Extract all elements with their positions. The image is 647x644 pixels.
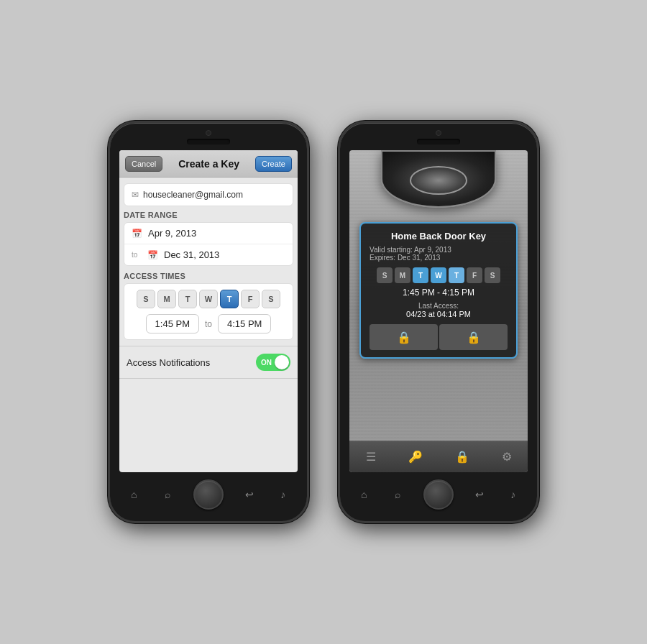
cancel-button[interactable]: Cancel [125, 156, 162, 172]
phone-right-bottom: ⌂ ⌕ ↩ ♪ [340, 475, 537, 521]
toggle-knob [275, 355, 289, 369]
time-row: 1:45 PM to 4:15 PM [130, 314, 287, 334]
back-icon-left[interactable]: ↩ [242, 489, 257, 500]
key-day-tue: T [413, 267, 428, 283]
speaker-right [417, 139, 460, 144]
notifications-toggle[interactable]: ON [256, 354, 290, 371]
home-button-left[interactable] [193, 479, 224, 510]
toggle-label: ON [261, 359, 272, 367]
phone-right-top [340, 123, 537, 147]
phone-right: Home Back Door Key Valid starting: Apr 9… [338, 121, 539, 523]
key-days-row: S M T W T F S [370, 267, 508, 283]
key-valid-starting: Valid starting: Apr 9, 2013 [370, 246, 508, 254]
key-last-access-value: 04/23 at 04:14 PM [370, 310, 508, 318]
lock-action-btn-2[interactable]: 🔒 [439, 324, 508, 350]
email-value: housecleaner@gmail.com [143, 190, 243, 200]
end-date-row: to 📅 Dec 31, 2013 [124, 244, 293, 265]
key-day-sun: S [377, 267, 393, 283]
start-date-value: Apr 9, 2013 [148, 228, 196, 239]
tab-list-icon[interactable]: ☰ [366, 450, 376, 464]
phone-left-bottom: ⌂ ⌕ ↩ ♪ [110, 475, 307, 521]
home-icon-right[interactable]: ⌂ [357, 489, 371, 500]
email-section: ✉ housecleaner@gmail.com [124, 183, 293, 206]
key-expires: Expires: Dec 31, 2013 [370, 254, 508, 262]
time-to-separator: to [205, 319, 212, 329]
key-time-range: 1:45 PM - 4:15 PM [370, 288, 508, 298]
day-mon[interactable]: M [157, 290, 176, 308]
volume-icon-left[interactable]: ♪ [276, 489, 290, 500]
access-times-label: Access Times [119, 267, 298, 282]
lock-action-btn-1[interactable]: 🔒 [370, 324, 438, 350]
day-thu[interactable]: T [220, 290, 239, 308]
tab-lock-icon[interactable]: 🔒 [455, 450, 469, 464]
day-wed[interactable]: W [199, 290, 218, 308]
start-date-row: 📅 Apr 9, 2013 [124, 223, 293, 244]
notifications-label: Access Notifications [127, 357, 210, 368]
search-icon-left[interactable]: ⌕ [160, 489, 175, 500]
home-icon-left[interactable]: ⌂ [127, 489, 141, 500]
tab-gear-icon[interactable]: ⚙ [502, 450, 512, 464]
bottom-bar-left: ⌂ ⌕ ↩ ♪ [110, 475, 307, 514]
lock-device [381, 150, 496, 208]
key-day-fri: F [467, 267, 482, 283]
bottom-bar-right: ⌂ ⌕ ↩ ♪ [340, 475, 537, 514]
key-last-access-label: Last Access: [370, 302, 508, 310]
home-button-right[interactable] [423, 479, 454, 510]
phone-left: Cancel Create a Key Create ✉ housecleane… [108, 121, 309, 523]
start-time-button[interactable]: 1:45 PM [146, 314, 199, 334]
calendar-icon-end: 📅 [147, 250, 158, 260]
day-sun[interactable]: S [137, 290, 155, 308]
to-label: to [132, 251, 142, 259]
key-day-thu: T [449, 267, 464, 283]
right-tab-bar: ☰ 🔑 🔒 ⚙ [349, 441, 528, 472]
end-time-button[interactable]: 4:15 PM [218, 314, 271, 334]
create-button[interactable]: Create [255, 156, 292, 172]
date-range-label: Date Range [119, 206, 298, 221]
phone-left-top [110, 123, 307, 147]
end-date-value: Dec 31, 2013 [164, 249, 219, 260]
page-title: Create a Key [178, 158, 239, 170]
notifications-row: Access Notifications ON [119, 346, 298, 379]
nav-bar: Cancel Create a Key Create [119, 150, 298, 178]
speaker [187, 139, 230, 144]
calendar-icon-start: 📅 [132, 229, 142, 239]
camera-dot [206, 130, 211, 136]
camera-dot-right [436, 130, 441, 136]
access-times-box: S M T W T F S 1:45 PM to 4:15 PM [124, 283, 293, 340]
key-card: Home Back Door Key Valid starting: Apr 9… [359, 222, 518, 359]
day-fri[interactable]: F [241, 290, 260, 308]
key-day-wed: W [431, 267, 446, 283]
volume-icon-right[interactable]: ♪ [506, 489, 520, 500]
day-tue[interactable]: T [178, 290, 197, 308]
search-icon-right[interactable]: ⌕ [390, 489, 405, 500]
phones-container: Cancel Create a Key Create ✉ housecleane… [108, 121, 539, 523]
days-row: S M T W T F S [130, 290, 287, 308]
email-icon: ✉ [132, 190, 139, 200]
screen-right: Home Back Door Key Valid starting: Apr 9… [349, 150, 528, 472]
key-day-mon: M [395, 267, 410, 283]
screen-left: Cancel Create a Key Create ✉ housecleane… [119, 150, 298, 472]
key-actions: 🔒 🔒 [370, 324, 508, 350]
key-day-sat: S [485, 267, 500, 283]
day-sat[interactable]: S [262, 290, 280, 308]
key-card-title: Home Back Door Key [370, 231, 508, 242]
date-range-box: 📅 Apr 9, 2013 to 📅 Dec 31, 2013 [124, 222, 293, 266]
back-icon-right[interactable]: ↩ [472, 489, 487, 500]
tab-key-icon[interactable]: 🔑 [408, 450, 423, 464]
